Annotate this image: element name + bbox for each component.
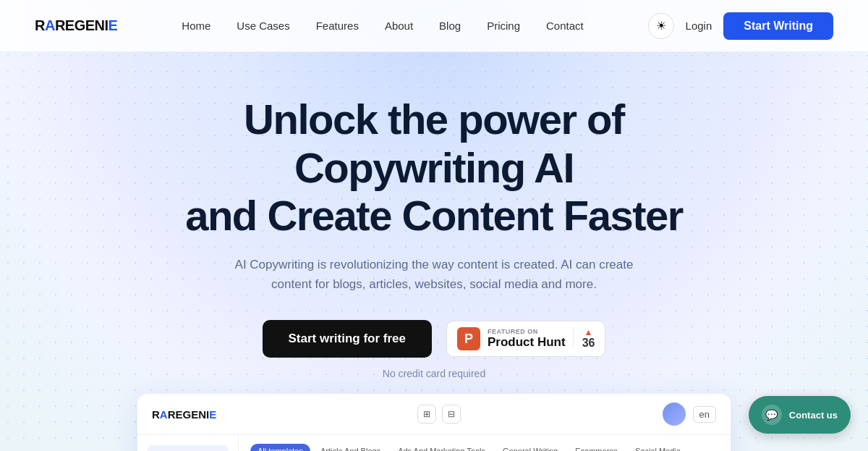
tab-general-writing[interactable]: General Writing <box>495 444 565 451</box>
hero-subtitle: AI Copywriting is revolutionizing the wa… <box>224 255 644 294</box>
nav-features[interactable]: Features <box>316 20 359 32</box>
nav-home[interactable]: Home <box>182 20 210 32</box>
app-content-area: My Account All templates Article And Blo… <box>137 435 731 451</box>
nav-contact[interactable]: Contact <box>546 20 584 32</box>
hero-actions: Start writing for free P FEATURED ON Pro… <box>263 320 606 358</box>
sun-icon: ☀ <box>656 19 666 33</box>
navbar: RAREGENIE Home Use Cases Features About … <box>0 0 868 52</box>
tab-social-media[interactable]: Social Media <box>628 444 688 451</box>
logo-highlight: A <box>45 17 55 34</box>
brand-logo[interactable]: RAREGENIE <box>35 17 117 34</box>
nav-about[interactable]: About <box>385 20 413 32</box>
logo-e: E <box>109 17 118 34</box>
app-preview-window: RAREGENIE ⊞ ⊟ en My Account All template… <box>137 394 731 451</box>
app-main-area: All templates Article And Blogs Ads And … <box>239 435 731 451</box>
contact-us-button[interactable]: 💬 Contact us <box>749 396 851 434</box>
nav-blog[interactable]: Blog <box>439 20 461 32</box>
app-sidebar: My Account <box>137 435 239 451</box>
product-hunt-logo: P <box>457 327 480 350</box>
product-hunt-featured-label: FEATURED ON <box>488 328 538 335</box>
tab-ecommerce[interactable]: Ecommerce <box>568 444 625 451</box>
layout-icon[interactable]: ⊟ <box>442 405 461 423</box>
user-avatar[interactable] <box>663 402 686 426</box>
product-hunt-votes: ▲ 36 <box>573 328 595 350</box>
nav-pricing[interactable]: Pricing <box>487 20 520 32</box>
chat-icon: 💬 <box>762 405 782 425</box>
app-bar-right: en <box>663 402 716 426</box>
tab-all-templates[interactable]: All templates <box>250 444 310 451</box>
tab-ads-marketing[interactable]: Ads And Marketing Tools <box>391 444 493 451</box>
theme-toggle-button[interactable]: ☀ <box>648 13 674 39</box>
product-hunt-badge[interactable]: P FEATURED ON Product Hunt ▲ 36 <box>446 321 605 357</box>
upvote-arrow-icon: ▲ <box>584 328 593 337</box>
nav-use-cases[interactable]: Use Cases <box>237 20 289 32</box>
product-hunt-text: FEATURED ON Product Hunt <box>488 328 566 350</box>
nav-right: ☀ Login Start Writing <box>648 12 833 40</box>
vote-count: 36 <box>582 337 595 350</box>
cta-start-writing-button[interactable]: Start writing for free <box>263 320 432 358</box>
product-hunt-name: Product Hunt <box>488 335 566 350</box>
app-preview-topbar: RAREGENIE ⊞ ⊟ en <box>137 394 731 435</box>
hero-title: Unlock the power of Copywriting AI and C… <box>137 96 731 240</box>
sidebar-my-account[interactable]: My Account <box>148 445 228 451</box>
template-tabs: All templates Article And Blogs Ads And … <box>250 444 719 451</box>
hero-title-line2: and Create Content Faster <box>185 192 683 239</box>
app-bar-icons: ⊞ ⊟ <box>417 405 461 423</box>
no-credit-card-label: No credit card required <box>383 368 485 379</box>
contact-us-label: Contact us <box>789 410 838 421</box>
nav-links: Home Use Cases Features About Blog Prici… <box>182 20 583 32</box>
app-preview-logo: RAREGENIE <box>152 408 216 421</box>
logo-text: R <box>35 17 45 34</box>
tab-article-blogs[interactable]: Article And Blogs <box>313 444 388 451</box>
login-button[interactable]: Login <box>686 20 712 32</box>
logo-rest: REGENI <box>55 17 109 34</box>
language-selector[interactable]: en <box>693 406 716 423</box>
grid-icon[interactable]: ⊞ <box>417 405 436 423</box>
hero-section: Unlock the power of Copywriting AI and C… <box>0 52 868 379</box>
start-writing-button[interactable]: Start Writing <box>723 12 833 40</box>
hero-title-line1: Unlock the power of Copywriting AI <box>244 96 624 191</box>
